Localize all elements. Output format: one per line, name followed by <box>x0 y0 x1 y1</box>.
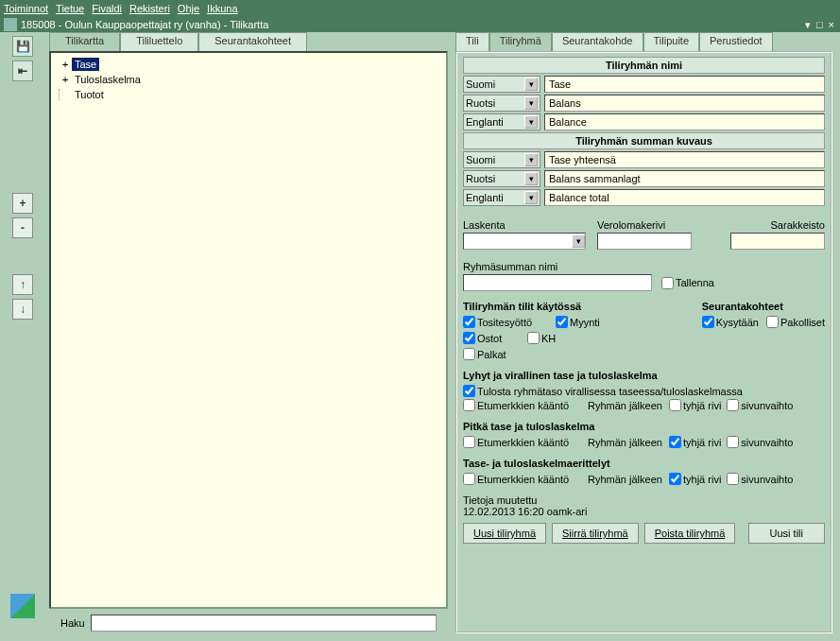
name-section-header: Tiliryhmän nimi <box>463 57 825 74</box>
sum-input-suomi[interactable]: Tase yhteensä <box>544 151 825 168</box>
center-panel: Tilikartta Tililuettelo Seurantakohteet … <box>45 32 452 641</box>
chk-myynti[interactable] <box>556 316 568 328</box>
chk-tyhja-1[interactable] <box>669 399 681 411</box>
tab-tiliryhma[interactable]: Tiliryhmä <box>489 32 552 51</box>
menu-toiminnot[interactable]: Toiminnot <box>4 3 48 14</box>
chk-sivun-3[interactable] <box>727 473 739 485</box>
uusi-tiliryhma-button[interactable]: Uusi tiliryhmä <box>463 523 546 544</box>
chk-sivun-1[interactable] <box>727 399 739 411</box>
ryhmasumma-input[interactable] <box>463 274 652 291</box>
chk-tulosta-ryhmataso[interactable] <box>463 385 475 397</box>
chevron-down-icon[interactable]: ▾ <box>524 172 538 185</box>
sarakkeisto-input[interactable] <box>730 233 825 250</box>
chevron-down-icon[interactable]: ▾ <box>572 234 585 248</box>
tree-view[interactable]: + Tase + Tuloslaskelma Tuotot <box>49 51 448 609</box>
sum-lang-englanti[interactable]: Englanti▾ <box>463 189 540 206</box>
chevron-down-icon[interactable]: ▾ <box>524 115 538 129</box>
tab-seurantakohde[interactable]: Seurantakohde <box>552 32 643 51</box>
menu-rekisteri[interactable]: Rekisteri <box>129 3 170 14</box>
expand-icon[interactable]: + <box>59 59 72 71</box>
tree-label: Tase <box>72 58 99 71</box>
sum-input-ruotsi[interactable]: Balans sammanlagt <box>544 170 825 187</box>
name-input-ruotsi[interactable]: Balans <box>544 95 825 112</box>
title-bar: 185008 - Oulun Kauppaopettajat ry (vanha… <box>0 17 840 32</box>
tab-perustiedot[interactable]: Perustiedot <box>699 32 773 51</box>
laskenta-label: Laskenta <box>463 219 586 231</box>
tree-item-tuotot[interactable]: Tuotot <box>55 87 442 102</box>
chevron-down-icon[interactable]: ▾ <box>524 78 538 91</box>
seurantakohteet-header: Seurantakohteet <box>702 301 825 312</box>
lang-select-ruotsi[interactable]: Ruotsi▾ <box>463 95 540 112</box>
lyhyt-header: Lyhyt ja virallinen tase ja tuloslaskelm… <box>463 370 825 381</box>
timestamp: 12.02.2013 16:20 oamk-ari <box>463 506 825 517</box>
app-logo-icon <box>10 594 35 618</box>
menu-tietue[interactable]: Tietue <box>56 3 84 14</box>
sarakkeisto-label: Sarakkeisto <box>730 219 825 231</box>
chk-sivun-2[interactable] <box>727 436 739 448</box>
jalkeen-label-1: Ryhmän jälkeen <box>588 400 663 411</box>
tab-tilikartta[interactable]: Tilikartta <box>49 32 120 51</box>
tietoja-label: Tietoja muutettu <box>463 494 825 506</box>
chk-etumerk-1[interactable] <box>463 399 475 411</box>
pitka-header: Pitkä tase ja tuloslaskelma <box>463 421 825 432</box>
name-input-englanti[interactable]: Balance <box>544 113 825 130</box>
search-input[interactable] <box>91 615 437 632</box>
tree-item-tuloslaskelma[interactable]: + Tuloslaskelma <box>55 72 442 87</box>
right-panel: Tili Tiliryhmä Seurantakohde Tilipuite P… <box>452 32 840 641</box>
back-button[interactable]: ⇤ <box>12 61 33 81</box>
up-button[interactable]: ↑ <box>12 274 33 295</box>
minimize-icon[interactable]: ▾ <box>803 19 813 31</box>
chk-tyhja-3[interactable] <box>669 473 681 485</box>
tab-seurantakohteet[interactable]: Seurantakohteet <box>198 32 307 51</box>
chk-ostot[interactable] <box>463 332 475 344</box>
ryhmasumma-label: Ryhmäsumman nimi <box>463 261 557 272</box>
minus-button[interactable]: - <box>12 217 33 238</box>
chk-pakolliset[interactable] <box>766 316 779 328</box>
expand-icon[interactable]: + <box>59 74 72 86</box>
tallenna-checkbox[interactable] <box>661 277 674 289</box>
sum-input-englanti[interactable]: Balance total <box>544 189 825 206</box>
chk-kh[interactable] <box>527 332 540 344</box>
siirra-tiliryhma-button[interactable]: Siirrä tiliryhmä <box>552 523 639 544</box>
sum-section-header: Tiliryhmän summan kuvaus <box>463 132 825 149</box>
chk-tyhja-2[interactable] <box>669 436 681 448</box>
search-label: Haku <box>60 617 85 629</box>
plus-button[interactable]: + <box>12 193 33 214</box>
window-title: 185008 - Oulun Kauppaopettajat ry (vanha… <box>21 19 268 30</box>
menu-ohje[interactable]: Ohje <box>178 3 199 14</box>
down-button[interactable]: ↓ <box>12 299 33 320</box>
lang-select-suomi[interactable]: Suomi▾ <box>463 76 540 93</box>
chk-etumerk-3[interactable] <box>463 473 475 485</box>
chk-palkat[interactable] <box>463 348 475 360</box>
maximize-icon[interactable]: □ <box>814 19 825 31</box>
menu-fivaldi[interactable]: Fivaldi <box>92 3 122 14</box>
tab-tililuettelo[interactable]: Tililuettelo <box>120 32 198 51</box>
menu-bar: Toiminnot Tietue Fivaldi Rekisteri Ohje … <box>0 0 840 17</box>
tree-label: Tuotot <box>72 88 107 101</box>
left-toolbar: 💾 ⇤ + - ↑ ↓ <box>0 32 45 641</box>
tree-label: Tuloslaskelma <box>72 73 144 86</box>
close-icon[interactable]: × <box>827 19 836 31</box>
jalkeen-label-2: Ryhmän jälkeen <box>588 437 663 448</box>
chevron-down-icon[interactable]: ▾ <box>524 96 538 110</box>
verolomake-input[interactable] <box>597 233 692 250</box>
name-input-suomi[interactable]: Tase <box>544 76 825 93</box>
chk-etumerk-2[interactable] <box>463 436 475 448</box>
expand-icon <box>59 89 72 100</box>
sum-lang-suomi[interactable]: Suomi▾ <box>463 151 540 168</box>
tree-item-tase[interactable]: + Tase <box>55 57 442 72</box>
save-button[interactable]: 💾 <box>12 36 33 57</box>
lang-select-englanti[interactable]: Englanti▾ <box>463 113 540 130</box>
chk-tositesyotto[interactable] <box>463 316 475 328</box>
sum-lang-ruotsi[interactable]: Ruotsi▾ <box>463 170 540 187</box>
jalkeen-label-3: Ryhmän jälkeen <box>588 474 663 485</box>
chevron-down-icon[interactable]: ▾ <box>524 153 538 166</box>
chk-kysytaan[interactable] <box>702 316 714 328</box>
menu-ikkuna[interactable]: Ikkuna <box>207 3 237 14</box>
chevron-down-icon[interactable]: ▾ <box>524 191 538 204</box>
poista-tiliryhma-button[interactable]: Poista tiliryhmä <box>644 523 736 544</box>
tab-tilipuite[interactable]: Tilipuite <box>643 32 700 51</box>
tab-tili[interactable]: Tili <box>455 32 489 51</box>
laskenta-select[interactable]: ▾ <box>463 233 586 250</box>
uusi-tili-button[interactable]: Uusi tili <box>748 523 825 544</box>
